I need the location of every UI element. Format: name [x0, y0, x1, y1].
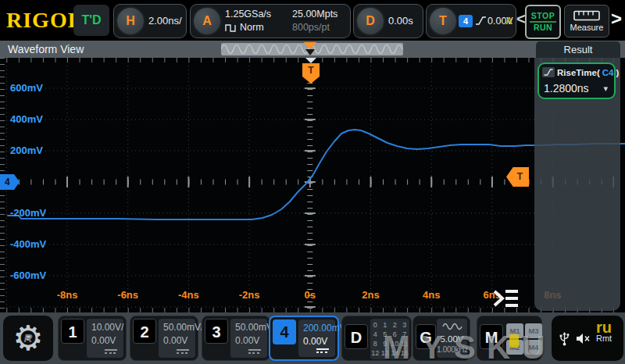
dc-coupling-icon — [177, 349, 189, 354]
channel4-box[interactable]: 4 200.00mV/ 0.00V — [269, 316, 339, 361]
waveform-view-header: Waveform View Result — [0, 41, 625, 58]
waveform-trace — [8, 130, 625, 219]
channel1-offset: 0.00V — [91, 335, 116, 346]
rigol-logo: RIGOL — [6, 8, 83, 33]
math-tiles: M1 M3 M2 M4 — [506, 323, 542, 355]
channel1-panel: 10.00V/ 0.00V — [87, 319, 123, 358]
math-m4-tile[interactable]: M4 — [525, 340, 542, 355]
trigger-group[interactable]: T 4 0.00V A — [426, 4, 516, 38]
measure-label: Measure — [570, 23, 604, 32]
t-label-neg8ns: -8ns — [42, 289, 92, 302]
channel2-box[interactable]: 2 50.00mV/ 0.00V — [130, 316, 198, 361]
rigol-menu-button[interactable]: ⚙ R — [3, 316, 53, 361]
channel1-scale: 10.00V/ — [91, 322, 123, 333]
math-m2-tile[interactable]: M2 — [506, 340, 523, 355]
t-label-neg6ns: -6ns — [103, 289, 153, 302]
trigger-position-pointer — [305, 58, 316, 63]
trigger-key[interactable]: T — [428, 6, 458, 36]
measure-button[interactable]: Measure — [564, 5, 609, 37]
overview-position-arrow — [305, 49, 315, 55]
trigger-status-button[interactable]: T'D — [73, 5, 109, 36]
math-m3-tile[interactable]: M3 — [525, 323, 542, 338]
v-label-neg200mv: -200mV — [10, 206, 59, 220]
channel1-box[interactable]: 1 10.00V/ 0.00V — [58, 316, 127, 361]
graticule-area: 600mV 400mV 200mV -200mV -400mV -600mV -… — [0, 58, 625, 312]
channel4-offset: 0.00V — [303, 336, 327, 347]
channel2-panel: 50.00mV/ 0.00V — [159, 319, 195, 358]
math-box[interactable]: M M1 M3 M2 M4 — [477, 316, 542, 361]
top-status-bar: RIGOL T'D H 2.00ns/ A 1.25GSa/s Norm 25.… — [0, 0, 625, 41]
rising-edge-icon — [475, 15, 487, 27]
generator-panel: 5.00V 1.000kHz — [437, 319, 467, 358]
delay-value: 0.00s — [388, 5, 413, 37]
channel2-offset: 0.00V — [163, 335, 188, 346]
channel2-badge: 2 — [133, 319, 156, 344]
gear-r-letter: R — [3, 316, 53, 361]
dc-coupling-icon — [248, 349, 261, 354]
channel2-scale: 50.00mV/ — [163, 322, 203, 333]
dc-coupling-icon — [105, 349, 117, 354]
delay-group[interactable]: D 0.00s — [353, 4, 423, 38]
acquire-group[interactable]: A 1.25GSa/s Norm 25.00Mpts 800ps/pt — [190, 4, 351, 38]
risetime-value: 1.2800ns — [544, 82, 589, 95]
channel3-panel: 50.00mV/ 0.00V — [230, 319, 267, 358]
risetime-measurement-card[interactable]: RiseTime(C4) 1.2800ns ▾ — [538, 62, 616, 99]
channel1-badge: 1 — [61, 319, 84, 344]
waveform-view-title: Waveform View — [8, 41, 84, 58]
t-label-4ns: 4ns — [406, 289, 456, 302]
channel3-offset: 0.00V — [235, 335, 259, 346]
t-label-neg2ns: -2ns — [224, 289, 274, 302]
horizontal-group[interactable]: H 2.00ns/ — [113, 4, 187, 38]
generator-badge: G — [416, 324, 436, 349]
v-label-neg400mv: -400mV — [10, 237, 59, 252]
status-indicator-box: Rmt — [552, 316, 623, 361]
risetime-source: C4 — [602, 68, 614, 77]
sound-muted-icon — [576, 333, 591, 344]
stop-label: STOP — [531, 11, 555, 21]
risetime-label-pre: RiseTime( — [557, 68, 600, 77]
digital-bits-grid: 0123 4567 891011 12131415 — [370, 319, 409, 359]
horizontal-key[interactable]: H — [116, 6, 145, 36]
sample-rate: 1.25GSa/s — [225, 9, 271, 20]
remote-indicator: Rmt — [596, 334, 612, 343]
stop-run-button[interactable]: STOP RUN — [525, 5, 561, 39]
digital-channels-box[interactable]: D 0123 4567 891011 12131415 — [341, 316, 412, 361]
memory-depth: 25.00Mpts — [292, 9, 338, 20]
pulse-wave-icon — [225, 23, 237, 32]
risetime-dropdown-caret[interactable]: ▾ — [603, 84, 608, 94]
math-m1-tile[interactable]: M1 — [506, 323, 523, 338]
acquire-key[interactable]: A — [192, 6, 222, 36]
prev-toolbar-chevron[interactable]: < — [516, 10, 526, 28]
v-label-600mv: 600mV — [10, 81, 59, 95]
grid-and-trace — [0, 58, 625, 312]
v-label-neg600mv: -600mV — [10, 269, 59, 283]
bottom-toolbar: ⚙ R 1 10.00V/ 0.00V 2 50.00mV/ 0.00V 3 — [0, 312, 625, 364]
overview-trigger-marker[interactable] — [304, 42, 316, 49]
digital-badge: D — [345, 324, 368, 349]
trigger-source-badge: 4 — [459, 15, 473, 27]
sine-wave-icon — [442, 322, 462, 331]
dc-coupling-icon — [316, 348, 329, 353]
risetime-icon — [542, 67, 555, 77]
horizontal-scale: 2.00ns/ — [148, 5, 182, 37]
next-toolbar-chevron[interactable]: > — [611, 8, 622, 30]
risetime-label-post: ) — [616, 68, 619, 77]
channel3-box[interactable]: 3 50.00mV/ 0.00V — [202, 316, 270, 361]
acquire-mode-row: Norm — [225, 22, 264, 33]
generator-frequency: 1.000kHz — [437, 344, 467, 355]
channel4-panel: 200.00mV/ 0.00V — [298, 319, 335, 357]
sample-resolution: 800ps/pt — [292, 22, 330, 33]
t-label-0s: 0s — [285, 289, 335, 302]
generator-box[interactable]: G 5.00V 1.000kHz — [412, 316, 470, 361]
trigger-coupling: A — [505, 5, 512, 37]
oscilloscope-screen: RIGOL T'D H 2.00ns/ A 1.25GSa/s Norm 25.… — [0, 0, 625, 364]
risetime-label-row: RiseTime(C4) — [542, 67, 619, 77]
open-menu-icon[interactable] — [492, 287, 520, 309]
v-label-200mv: 200mV — [10, 144, 59, 158]
t-label-2ns: 2ns — [346, 289, 396, 302]
math-badge: M — [480, 324, 503, 349]
delay-key[interactable]: D — [355, 6, 385, 36]
run-label: RUN — [534, 23, 552, 33]
t-label-neg4ns: -4ns — [163, 289, 213, 302]
channel3-badge: 3 — [205, 319, 228, 344]
